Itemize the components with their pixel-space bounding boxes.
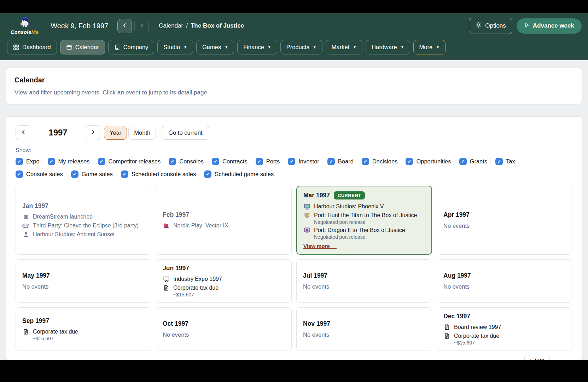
- filter-label: Expo: [26, 158, 40, 165]
- chevron-left-icon: [122, 23, 127, 29]
- previous-year-button[interactable]: [16, 125, 31, 140]
- filters-row: ✓Expo✓My releases✓Competitor releases✓Co…: [16, 158, 553, 178]
- week-nav: [117, 19, 149, 33]
- options-button[interactable]: Options: [469, 18, 512, 34]
- page-subtitle: View and filter upcoming events. Click a…: [14, 89, 574, 96]
- event-dreamstream-launched[interactable]: DreamStream launched: [22, 213, 145, 220]
- show-filters-label: Show:: [16, 147, 572, 154]
- nav-item-dashboard[interactable]: Dashboard: [7, 40, 57, 54]
- checkbox-checked-icon: ✓: [16, 170, 23, 178]
- event-nordic-play-vector-ix[interactable]: Nordic Play: Vector IX: [163, 222, 285, 229]
- month-title: Jan 1997: [22, 202, 48, 210]
- event-title: Nordic Play: Vector IX: [173, 222, 228, 229]
- no-events-label: No events: [163, 331, 285, 338]
- month-title: Feb 1997: [163, 211, 189, 219]
- top-letterbox-bar: [0, 0, 588, 13]
- month-card-aug-1997: Aug 1997No events: [437, 259, 572, 303]
- nav-item-games[interactable]: Games▼: [196, 40, 234, 54]
- page-title: Calendar: [14, 76, 574, 84]
- calendar-icon: [66, 44, 72, 50]
- filter-investor[interactable]: ✓Investor: [288, 158, 319, 165]
- nav-item-hardware[interactable]: Hardware▼: [366, 40, 410, 54]
- nav-item-company[interactable]: Company: [108, 40, 155, 54]
- filter-my-releases[interactable]: ✓My releases: [48, 158, 90, 165]
- filter-game-sales[interactable]: ✓Game sales: [71, 170, 113, 178]
- nav-item-finance[interactable]: Finance▼: [237, 40, 277, 54]
- view-more-link[interactable]: View more →: [303, 243, 425, 249]
- nav-item-studio[interactable]: Studio▼: [157, 40, 193, 54]
- brand-name: ConsoleMe: [11, 30, 39, 35]
- filter-label: Decisions: [372, 158, 398, 165]
- view-toggle-year[interactable]: Year: [104, 126, 127, 140]
- filter-console-sales[interactable]: ✓Console sales: [16, 170, 63, 178]
- next-year-button[interactable]: [85, 125, 100, 140]
- checkbox-checked-icon: ✓: [459, 158, 467, 165]
- current-badge: CURRENT: [334, 191, 365, 199]
- event-subtitle: ~$15,607: [454, 340, 566, 346]
- checkbox-checked-icon: ✓: [16, 158, 23, 165]
- month-card-nov-1997: Nov 1997No events: [296, 307, 432, 351]
- filter-board[interactable]: ✓Board: [327, 158, 354, 165]
- chevron-down-icon: ▼: [353, 45, 356, 49]
- nav-item-more[interactable]: More▼: [413, 40, 446, 54]
- event-port-hunt-the-titan-to-the-box-of-justice[interactable]: Port: Hunt the Titan to The Box of Justi…: [303, 212, 425, 219]
- filter-decisions[interactable]: ✓Decisions: [362, 158, 398, 165]
- event-board-review-1997[interactable]: Board review 1997: [443, 324, 566, 331]
- checkbox-checked-icon: ✓: [169, 158, 176, 165]
- month-card-jun-1997: Jun 1997Industry Expo 1997Corporate tax …: [156, 259, 292, 303]
- no-events-label: No events: [22, 283, 145, 290]
- logo[interactable]: ConsoleMe: [11, 17, 39, 35]
- month-card-mar-1997: Mar 1997CURRENTHarbour Studios: Phoenix …: [296, 186, 432, 255]
- filter-competitor-releases[interactable]: ✓Competitor releases: [98, 158, 161, 165]
- week-label: Week 9, Feb 1997: [51, 22, 108, 30]
- filter-expo[interactable]: ✓Expo: [16, 158, 40, 165]
- checkbox-checked-icon: ✓: [71, 170, 78, 178]
- document-icon: [22, 329, 29, 335]
- presentation-icon: [163, 276, 170, 283]
- event-title: Third-Party: Cleave the Eclipse (3rd par…: [33, 222, 139, 229]
- nav-label: Company: [123, 44, 149, 51]
- event-corporate-tax-due[interactable]: Corporate tax due: [22, 328, 145, 335]
- previous-week-button[interactable]: [117, 19, 132, 33]
- calendar-main-card: 1997 Year Month Go to current Show: ✓Exp…: [6, 116, 582, 360]
- nav-label: Finance: [243, 44, 264, 51]
- event-industry-expo-1997[interactable]: Industry Expo 1997: [163, 276, 285, 283]
- month-title-row: Jun 1997: [163, 265, 285, 272]
- month-card-apr-1997: Apr 1997No events: [437, 186, 572, 255]
- nav-item-calendar[interactable]: Calendar: [60, 40, 105, 54]
- event-corporate-tax-due[interactable]: Corporate tax due: [443, 332, 566, 340]
- event-corporate-tax-due[interactable]: Corporate tax due: [163, 284, 285, 291]
- filter-grants[interactable]: ✓Grants: [459, 158, 488, 165]
- dashboard-icon: [13, 44, 19, 50]
- nav-label: Studio: [163, 44, 180, 51]
- filter-label: Game sales: [82, 171, 113, 178]
- filter-contracts[interactable]: ✓Contracts: [212, 158, 248, 165]
- advance-week-button[interactable]: Advance week: [517, 18, 582, 34]
- fun-button[interactable]: ♪ Fun: [524, 355, 549, 360]
- event-harbour-studios-phoenix-v[interactable]: Harbour Studios: Phoenix V: [303, 203, 425, 210]
- next-week-button[interactable]: [134, 19, 149, 33]
- view-toggle-month[interactable]: Month: [128, 126, 156, 140]
- month-title-row: Jul 1997: [303, 272, 425, 279]
- event-harbour-studios-ancient-sunset[interactable]: Harbour Studios: Ancient Sunset: [22, 231, 145, 238]
- chip-icon: [22, 214, 29, 220]
- filter-tax[interactable]: ✓Tax: [495, 158, 515, 165]
- event-port-dragon-ii-to-the-box-of-justice[interactable]: Port: Dragon II to The Box of Justice: [303, 227, 425, 234]
- filter-opportunities[interactable]: ✓Opportunities: [406, 158, 451, 165]
- filter-ports[interactable]: ✓Ports: [256, 158, 280, 165]
- go-to-current-button[interactable]: Go to current: [162, 126, 209, 140]
- no-events-label: No events: [303, 331, 425, 338]
- event-third-party-cleave-the-eclipse-3rd-party[interactable]: Third-Party: Cleave the Eclipse (3rd par…: [22, 222, 145, 229]
- filter-consoles[interactable]: ✓Consoles: [169, 158, 204, 165]
- filter-scheduled-console-sales[interactable]: ✓Scheduled console sales: [121, 170, 196, 178]
- filter-scheduled-game-sales[interactable]: ✓Scheduled game sales: [204, 170, 274, 178]
- checkbox-checked-icon: ✓: [327, 158, 335, 165]
- play-icon: [524, 22, 530, 30]
- month-card-oct-1997: Oct 1997No events: [156, 307, 292, 351]
- no-events-label: No events: [443, 222, 566, 229]
- header: ConsoleMe Week 9, Feb 1997 Calendar / Th…: [0, 13, 588, 39]
- breadcrumb-calendar-link[interactable]: Calendar: [159, 22, 183, 29]
- nav-item-market[interactable]: Market▼: [326, 40, 362, 54]
- nav-item-products[interactable]: Products▼: [280, 40, 322, 54]
- chevron-down-icon: ▼: [313, 45, 316, 49]
